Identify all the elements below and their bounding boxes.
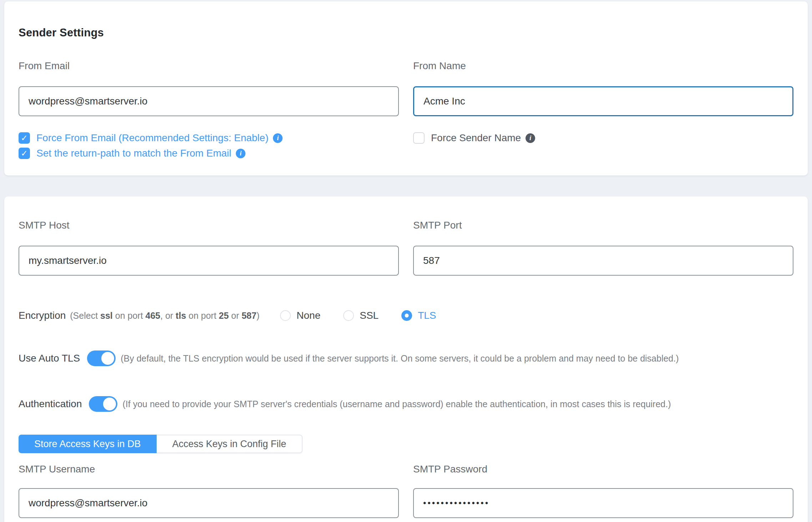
from-email-input[interactable] (19, 86, 399, 116)
smtp-host-label: SMTP Host (19, 219, 399, 231)
authentication-description: (If you need to provide your SMTP server… (122, 399, 671, 409)
force-sender-name-row: Force Sender Name i (413, 132, 793, 144)
from-email-label: From Email (19, 60, 399, 72)
sender-settings-title: Sender Settings (19, 26, 793, 39)
encryption-label: Encryption (19, 310, 66, 321)
from-name-field: From Name (413, 60, 793, 116)
smtp-password-label: SMTP Password (413, 463, 793, 475)
smtp-port-field: SMTP Port (413, 219, 793, 276)
smtp-host-field: SMTP Host (19, 219, 399, 276)
return-path-label: Set the return-path to match the From Em… (36, 148, 231, 159)
from-name-input[interactable] (413, 86, 793, 116)
smtp-settings-page: Sender Settings From Email From Name ✓ F… (0, 0, 812, 522)
radio-none-label: None (296, 310, 320, 321)
force-from-email-info-icon[interactable]: i (273, 133, 283, 143)
smtp-port-label: SMTP Port (413, 219, 793, 231)
sender-fields-grid: From Email From Name ✓ Force From Email … (19, 60, 793, 163)
tab-keys-config-file[interactable]: Access Keys in Config File (157, 435, 303, 453)
encryption-row: Encryption (Select ssl on port 465, or t… (19, 308, 793, 323)
force-sender-name-info-icon[interactable]: i (526, 133, 535, 143)
encryption-option-ssl[interactable]: SSL (343, 310, 379, 321)
from-name-options: Force Sender Name i (413, 132, 793, 163)
return-path-checkbox[interactable]: ✓ (19, 148, 30, 159)
radio-tls-icon[interactable] (401, 310, 412, 321)
smtp-password-field: SMTP Password (413, 463, 793, 518)
tab-store-keys-db[interactable]: Store Access Keys in DB (19, 435, 157, 453)
key-storage-tabs: Store Access Keys in DB Access Keys in C… (19, 435, 793, 453)
encryption-option-tls[interactable]: TLS (401, 310, 436, 321)
auto-tls-row: Use Auto TLS (By default, the TLS encryp… (19, 350, 793, 366)
return-path-row: ✓ Set the return-path to match the From … (19, 147, 399, 159)
authentication-row: Authentication (If you need to provide y… (19, 396, 793, 412)
from-email-options: ✓ Force From Email (Recommended Settings… (19, 132, 399, 163)
encryption-option-none[interactable]: None (280, 310, 320, 321)
checkmark-icon: ✓ (21, 149, 27, 158)
radio-none-icon[interactable] (280, 310, 291, 321)
encryption-hint: (Select ssl on port 465, or tls on port … (70, 311, 259, 321)
sender-settings-card: Sender Settings From Email From Name ✓ F… (4, 1, 808, 175)
force-from-email-row: ✓ Force From Email (Recommended Settings… (19, 132, 399, 144)
smtp-connection-card: SMTP Host SMTP Port Encryption (Select s… (4, 196, 808, 522)
radio-ssl-label: SSL (360, 310, 379, 321)
checkmark-icon: ✓ (21, 134, 27, 142)
from-email-field: From Email (19, 60, 399, 116)
smtp-username-field: SMTP Username (19, 463, 399, 518)
radio-tls-label: TLS (418, 310, 436, 321)
force-sender-name-checkbox[interactable] (413, 132, 425, 144)
radio-ssl-icon[interactable] (343, 310, 354, 321)
smtp-port-input[interactable] (413, 246, 793, 276)
hostport-grid: SMTP Host SMTP Port (19, 219, 793, 276)
force-sender-name-label: Force Sender Name (431, 132, 521, 144)
return-path-info-icon[interactable]: i (236, 149, 245, 158)
auto-tls-description: (By default, the TLS encryption would be… (121, 353, 679, 364)
smtp-username-label: SMTP Username (19, 463, 399, 475)
credentials-grid: SMTP Username SMTP Password (19, 463, 793, 518)
authentication-toggle[interactable] (89, 396, 117, 412)
authentication-label: Authentication (19, 398, 82, 410)
force-from-email-label: Force From Email (Recommended Settings: … (36, 132, 268, 144)
smtp-password-input[interactable] (413, 488, 793, 518)
auto-tls-toggle[interactable] (87, 350, 116, 366)
auto-tls-label: Use Auto TLS (19, 353, 80, 364)
force-from-email-checkbox[interactable]: ✓ (19, 132, 30, 144)
from-name-label: From Name (413, 60, 793, 72)
smtp-host-input[interactable] (19, 246, 399, 276)
smtp-username-input[interactable] (19, 488, 399, 518)
